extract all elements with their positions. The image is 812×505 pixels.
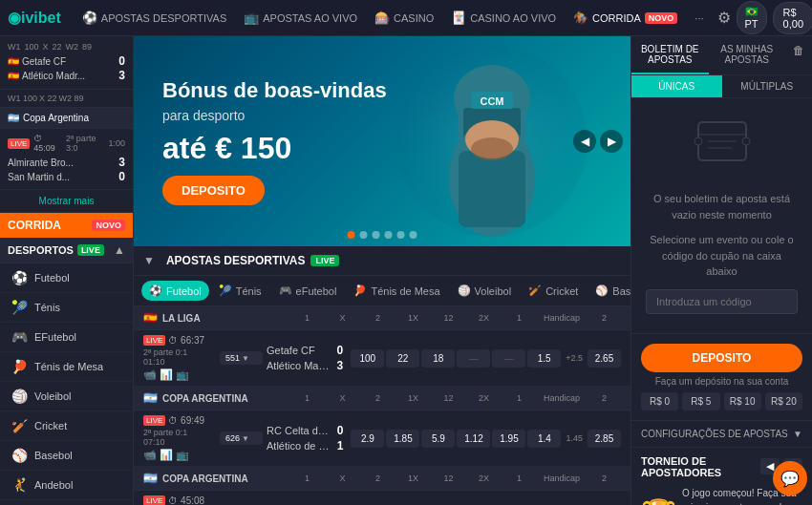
- banner-next[interactable]: ▶: [600, 130, 623, 153]
- dot-5[interactable]: [397, 231, 405, 239]
- score-selector-1[interactable]: 551 ▼: [220, 351, 263, 365]
- banner-prev[interactable]: ◀: [573, 130, 596, 153]
- amount-5[interactable]: R$ 5: [682, 392, 719, 410]
- balance-display[interactable]: R$ 0,00: [773, 2, 812, 34]
- stats-icon-1[interactable]: 📊: [160, 368, 173, 381]
- corrida-section[interactable]: CORRIDA NOVO: [0, 213, 133, 238]
- sidebar-item-futebol[interactable]: ⚽ Futebol: [0, 263, 133, 293]
- odd-2-1x[interactable]: 1.12: [457, 430, 490, 448]
- sidebar-item-andebol[interactable]: 🤾 Andebol: [0, 471, 133, 500]
- stats-icon-2[interactable]: 📊: [160, 449, 173, 461]
- odd-1-12[interactable]: —: [492, 349, 525, 368]
- tab-boletim[interactable]: BOLETIM DE APOSTAS: [631, 36, 709, 74]
- config-chevron-icon[interactable]: ▼: [793, 429, 802, 439]
- tab-voleibol[interactable]: 🏐 Voleibol: [450, 281, 520, 301]
- sidebar-item-efutebol[interactable]: 🎮 EFutebol: [0, 323, 133, 352]
- sidebar-item-tenis[interactable]: 🎾 Ténis: [0, 293, 133, 323]
- tab-efutebol[interactable]: 🎮 eFutebol: [271, 281, 345, 301]
- hockey-player-svg: CCM: [387, 36, 597, 246]
- config-section[interactable]: CONFIGURAÇÕES DE APOSTAS ▼: [631, 420, 812, 447]
- odd-2-2[interactable]: 5.9: [421, 430, 455, 448]
- live-badge-2: LIVE: [143, 415, 165, 426]
- tab-tenis-mesa[interactable]: 🏓 Ténis de Mesa: [346, 281, 447, 301]
- tab-unicas[interactable]: ÚNICAS: [631, 75, 722, 97]
- amount-10[interactable]: R$ 10: [724, 392, 761, 410]
- dot-1[interactable]: [348, 231, 355, 239]
- nav-apostas-desportivas[interactable]: ⚽ APOSTAS DESPORTIVAS: [75, 7, 234, 29]
- delete-icon[interactable]: 🗑: [785, 36, 812, 74]
- sidebar-item-voleibol[interactable]: 🏐 Voleibol: [0, 382, 133, 411]
- expand-icon[interactable]: ▼: [143, 254, 155, 267]
- dot-3[interactable]: [373, 231, 380, 239]
- nav-apostas-ao-vivo[interactable]: 📺 APOSTAS AO VIVO: [236, 7, 365, 29]
- nav-corrida[interactable]: 🏇 CORRIDA NOVO: [566, 7, 685, 29]
- odd-1-x[interactable]: 22: [386, 349, 419, 368]
- sidebar-item-futsal[interactable]: 🥅 Futsal: [0, 500, 133, 505]
- match-time-1: LIVE ⏱ 66:37 2ª parte 0:1 01:10 📹 📊 📺: [143, 335, 220, 381]
- sidebar-live-team1: Almirante Bro... 3: [8, 156, 125, 169]
- tab-cricket[interactable]: 🏏 Cricket: [521, 281, 586, 301]
- tab-futebol[interactable]: ⚽ Futebol: [141, 281, 209, 301]
- live-badge-3: LIVE: [143, 495, 165, 505]
- tv2-icon-1[interactable]: 📺: [176, 368, 189, 381]
- chevron-up-icon[interactable]: ▲: [114, 243, 125, 257]
- sport-tabs: ⚽ Futebol 🎾 Ténis 🎮 eFutebol 🏓 Ténis de …: [134, 276, 630, 306]
- odd-1-1[interactable]: 100: [351, 349, 384, 368]
- match-teams-1: Getafe CF 0 Atlético Madrid 3: [267, 344, 343, 372]
- desportos-label-text: DESPORTOS: [8, 244, 74, 256]
- odd-1-2[interactable]: 18: [421, 349, 455, 368]
- odd-1-handicap[interactable]: 2.65: [588, 349, 621, 368]
- banner-dots: [348, 231, 417, 239]
- odd-2-1[interactable]: 2.9: [351, 430, 384, 448]
- match-teams-2: RC Celta de Vigo 0 Atlético de Bilbao 1: [267, 424, 343, 452]
- video-icon-1[interactable]: 📹: [143, 368, 157, 381]
- amount-0[interactable]: R$ 0: [641, 392, 678, 410]
- sidebar-item-cricket[interactable]: 🏏 Cricket: [0, 411, 133, 441]
- mostrar-mais[interactable]: Mostrar mais: [0, 190, 133, 213]
- coupon-input[interactable]: [646, 289, 798, 314]
- copa-flag: 🇦🇷: [8, 113, 19, 123]
- tv2-icon-2[interactable]: 📺: [176, 449, 189, 461]
- tenis-icon: 🎾: [11, 300, 27, 315]
- dot-6[interactable]: [410, 231, 417, 239]
- nav-casino[interactable]: 🎰 CASINO: [367, 7, 441, 29]
- nav-casino-ao-vivo[interactable]: 🃏 CASINO AO VIVO: [443, 7, 564, 29]
- video-icon-2[interactable]: 📹: [143, 449, 157, 461]
- odd-1-2x[interactable]: 1.5: [527, 349, 561, 368]
- banner-cta[interactable]: DEPOSITO: [162, 176, 265, 205]
- odd-2-handicap[interactable]: 2.85: [588, 430, 621, 448]
- tab-cricket-icon: 🏏: [528, 284, 542, 297]
- argentina-flag-2: 🇦🇷: [143, 472, 158, 485]
- brand-logo[interactable]: ◉ivibet: [8, 9, 61, 27]
- odd-2-x[interactable]: 1.85: [386, 430, 419, 448]
- sidebar-live-team2: San Martin d... 0: [8, 170, 125, 183]
- sidebar-odds: W1 100 X 22 W2 89: [0, 90, 133, 108]
- match-celta-bilbao: LIVE ⏱ 69:49 2ª parte 0:1 07:10 📹 📊 📺 62…: [134, 410, 630, 467]
- time-display-2: ⏱ 69:49: [168, 415, 204, 426]
- sidebar-item-basebol[interactable]: ⚾ Basebol: [0, 441, 133, 471]
- tab-tenis[interactable]: 🎾 Ténis: [211, 281, 269, 301]
- amount-20[interactable]: R$ 20: [765, 392, 802, 410]
- match-time-3: LIVE ⏱ 45:08 2ª parte 2:0 0:0 📹 📊 📺: [143, 495, 220, 505]
- dot-4[interactable]: [385, 231, 393, 239]
- deposit-big-button[interactable]: DEPOSITO: [641, 344, 802, 372]
- odd-1-1x[interactable]: —: [457, 349, 490, 368]
- sidebar-match: W1 100 X 22 W2 89 🇪🇸Getafe CF 0 🇪🇸Atléti…: [0, 36, 133, 90]
- tab-efutebol-icon: 🎮: [279, 284, 292, 297]
- deposit-amounts: R$ 0 R$ 5 R$ 10 R$ 20: [641, 392, 802, 410]
- nav-more[interactable]: ···: [687, 9, 711, 28]
- banner-content: Bónus de boas-vindas para desporto até €…: [134, 58, 416, 225]
- flag-language[interactable]: 🇧🇷 PT: [737, 1, 767, 34]
- score-selector-2[interactable]: 626 ▼: [220, 431, 263, 445]
- chat-button[interactable]: 💬: [773, 461, 807, 495]
- dot-2[interactable]: [360, 231, 368, 239]
- tab-minhas-apostas[interactable]: AS MINHAS APOSTAS: [709, 36, 786, 74]
- ball-icon: ⚽: [82, 11, 97, 25]
- tab-multiplas[interactable]: MÚLTIPLAS: [722, 75, 813, 97]
- settings-icon[interactable]: ⚙: [717, 9, 731, 27]
- tab-basebol[interactable]: ⚾ Basebol: [588, 281, 630, 301]
- odd-2-2x[interactable]: 1.4: [527, 430, 561, 448]
- odd-2-12[interactable]: 1.95: [492, 430, 525, 448]
- svg-text:CCM: CCM: [480, 95, 503, 107]
- sidebar-item-tenis-mesa[interactable]: 🏓 Ténis de Mesa: [0, 352, 133, 382]
